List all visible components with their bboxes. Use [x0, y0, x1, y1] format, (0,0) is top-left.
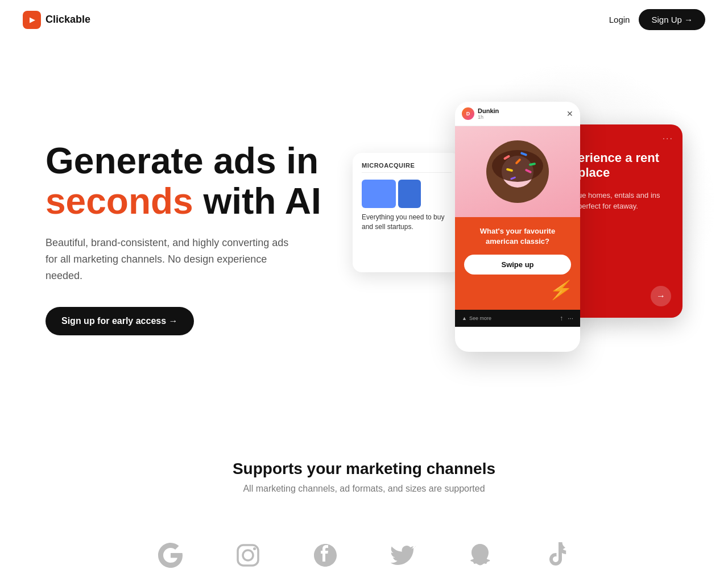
footer-text-label: See more	[469, 315, 491, 321]
facebook-icon	[309, 539, 341, 571]
lightning-icon: ⚡	[548, 279, 571, 301]
dunkin-body: What's your favourite american classic? …	[455, 217, 580, 310]
dunkin-sponsored: 1h	[478, 114, 499, 120]
dunkin-swipe-label: Swipe up	[501, 260, 533, 269]
chevron-up-icon: ▲	[462, 315, 467, 321]
microacquire-text: Everything you need to buy and sell star…	[362, 213, 452, 232]
login-button[interactable]: Login	[609, 15, 630, 24]
experience-dots-icon: ···	[663, 134, 673, 144]
dunkin-logo-letter: D	[466, 111, 470, 117]
microacquire-graphic	[362, 180, 452, 208]
experience-header: ···	[578, 134, 673, 144]
hero-section: Generate ads in seconds with AI Beautifu…	[0, 39, 728, 426]
svg-point-2	[492, 150, 543, 182]
dunkin-see-more: ▲ See more	[462, 315, 491, 321]
hero-headline: Generate ads in seconds with AI	[46, 141, 321, 221]
snapchat-icon	[464, 539, 496, 571]
svg-point-11	[243, 550, 253, 560]
dunkin-logo: D	[462, 107, 474, 120]
experience-cta-button[interactable]: →	[651, 286, 671, 306]
arrow-right-icon: →	[656, 291, 665, 301]
navbar: Clickable Login Sign Up →	[0, 0, 728, 39]
supports-title: Supports your marketing channels	[46, 460, 682, 478]
tiktok-icon	[541, 539, 573, 571]
headline-highlight: seconds	[46, 181, 193, 222]
experience-headline: erience a rent place	[578, 151, 673, 181]
supports-subtitle: All marketing channels, ad formats, and …	[46, 484, 682, 494]
card-experience: ··· erience a rent place ue homes, ental…	[569, 124, 682, 318]
microacquire-logo: MICROACQUIRE	[362, 162, 452, 173]
google-icon	[155, 539, 187, 571]
logo-text: Clickable	[46, 14, 90, 26]
social-icons-row	[0, 517, 728, 582]
donut-svg	[481, 135, 555, 209]
svg-point-12	[253, 547, 256, 550]
hero-content: Generate ads in seconds with AI Beautifu…	[46, 141, 321, 335]
headline-line1: Generate ads in	[46, 140, 318, 181]
supports-section: Supports your marketing channels All mar…	[0, 426, 728, 517]
instagram-icon	[232, 539, 264, 571]
card-microacquire: MICROACQUIRE Everything you need to buy …	[353, 153, 461, 272]
blue-block-2	[398, 180, 421, 208]
dunkin-footer: ▲ See more ↑ ···	[455, 310, 580, 327]
dunkin-image	[455, 126, 580, 217]
logo-link[interactable]: Clickable	[23, 11, 90, 29]
dunkin-question: What's your favourite american classic?	[464, 226, 571, 247]
logo-icon	[23, 11, 41, 29]
signup-button[interactable]: Sign Up →	[639, 9, 705, 30]
blue-block-1	[362, 180, 396, 208]
dunkin-swipe-button[interactable]: Swipe up	[464, 255, 571, 275]
early-access-button[interactable]: Sign up for early access →	[46, 307, 194, 335]
more-icon: ···	[568, 314, 573, 322]
dunkin-header: D Dunkin 1h ✕	[455, 102, 580, 126]
dunkin-brand-name: Dunkin	[478, 107, 499, 114]
hero-subtext: Beautiful, brand-consistent, and highly …	[46, 235, 296, 284]
experience-body: ue homes, entals and ins perfect for eta…	[578, 190, 673, 212]
nav-actions: Login Sign Up →	[609, 9, 705, 30]
card-dunkin: D Dunkin 1h ✕	[455, 102, 580, 352]
hero-visuals: MICROACQUIRE Everything you need to buy …	[341, 96, 682, 380]
dunkin-name-group: Dunkin 1h	[478, 107, 499, 120]
dunkin-brand-info: D Dunkin 1h	[462, 107, 499, 120]
twitter-icon	[387, 539, 419, 571]
dunkin-close-icon[interactable]: ✕	[566, 109, 573, 118]
share-icon: ↑	[560, 314, 563, 322]
headline-line2: with AI	[193, 181, 321, 222]
